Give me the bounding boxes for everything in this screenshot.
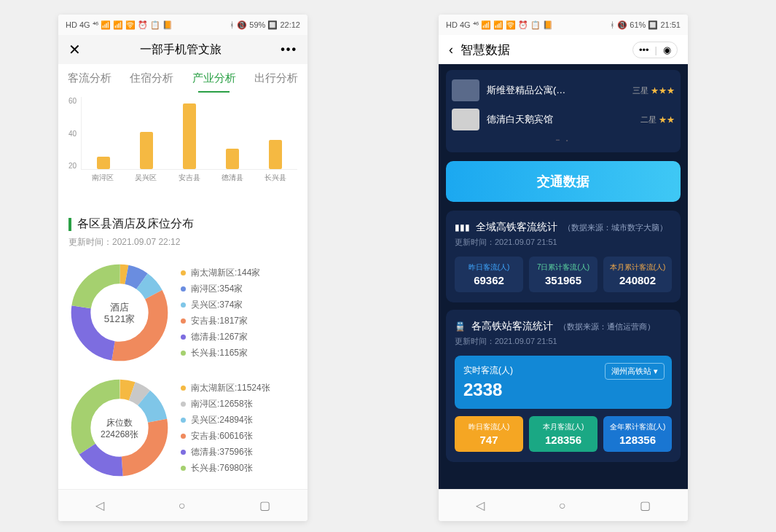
legend-item: 南浔区: 354家 (181, 283, 260, 295)
nav-bar: ◁ ○ ▢ (439, 489, 688, 521)
bar (140, 132, 153, 169)
nav-home-icon[interactable]: ○ (179, 499, 186, 512)
page-title: 一部手机管文旅 (140, 42, 222, 58)
nav-bar: ◁ ○ ▢ (58, 489, 307, 521)
stat-source: （数据来源：城市数字大脑） (563, 222, 667, 233)
traffic-banner[interactable]: 交通数据 (446, 161, 681, 202)
status-bar: HD 4G ⁴⁶ 📶 📶 🛜 ⏰ 📋 📙 ᚼ 📵 61% 🔲 21:51 (439, 15, 688, 35)
legend-dot (181, 466, 186, 471)
more-icon[interactable]: ••• (639, 44, 649, 55)
title-bar: ‹ 智慧数据 ••• | ◉ (439, 35, 688, 64)
live-value: 2338 (463, 380, 663, 400)
nav-recent-icon[interactable]: ▢ (640, 498, 651, 512)
bar (97, 157, 110, 169)
tab-3[interactable]: 出行分析 (246, 64, 308, 93)
more-icon[interactable]: ••• (281, 43, 297, 56)
stat-box: 本月客流(人)128356 (529, 416, 597, 452)
pager-dots: ━ • (452, 134, 675, 146)
stat-label: 昨日客流(人) (458, 422, 520, 432)
hotel-row[interactable]: 德清白天鹅宾馆二星 ★★ (452, 105, 675, 134)
legend-dot (181, 286, 186, 292)
legend-item: 德清县: 1267家 (181, 331, 260, 343)
legend-dot (181, 351, 186, 356)
legend-item: 安吉县: 60616张 (181, 430, 270, 442)
legend-dot (181, 335, 186, 340)
bars (81, 97, 297, 170)
legend-dot (181, 450, 186, 455)
nav-recent-icon[interactable]: ▢ (259, 498, 270, 512)
rail-total-card: ▮▮▮ 全域高铁客流统计 （数据来源：城市数字大脑） 更新时间：2021.09.… (446, 211, 681, 302)
hotel-thumb (452, 79, 479, 101)
hotel-stars: 二星 ★★ (640, 114, 675, 125)
svg-text:床位数: 床位数 (106, 418, 133, 428)
legend-item: 南浔区: 12658张 (181, 398, 270, 410)
train-icon: 🚆 (455, 321, 466, 332)
live-flow-box: 湖州高铁站 ▾ 实时客流(人) 2338 (455, 356, 672, 409)
phone-right: HD 4G ⁴⁶ 📶 📶 🛜 ⏰ 📋 📙 ᚼ 📵 61% 🔲 21:51 ‹ 智… (439, 15, 688, 521)
tab-1[interactable]: 住宿分析 (121, 64, 184, 93)
svg-text:酒店: 酒店 (110, 302, 129, 313)
legend-dot (181, 318, 186, 324)
donut-chart-beds: 床位数 224268张 (68, 377, 171, 479)
stat-label: 本月累计客流(人) (606, 262, 669, 273)
capsule-menu[interactable]: ••• | ◉ (632, 42, 678, 58)
dark-body: 斯维登精品公寓(…三星 ★★★德清白天鹅宾馆二星 ★★ ━ • 交通数据 ▮▮▮… (439, 64, 688, 489)
stat-box: 全年累计客流(人)128356 (603, 416, 672, 452)
station-select[interactable]: 湖州高铁站 ▾ (605, 363, 665, 380)
donut-hotels: 酒店 5121家 南太湖新区: 144家南浔区: 354家吴兴区: 374家安吉… (68, 262, 297, 364)
nav-home-icon[interactable]: ○ (559, 499, 566, 512)
legend-item: 安吉县: 1817家 (181, 315, 260, 327)
legend-dot (181, 434, 186, 439)
rail-station-card: 🚆 各高铁站客流统计 （数据来源：通信运营商） 更新时间：2021.09.07 … (446, 310, 681, 462)
legend-item: 长兴县: 1165家 (181, 347, 260, 359)
hotel-name: 斯维登精品公寓(… (487, 84, 628, 97)
page-title: 智慧数据 (460, 42, 510, 58)
nav-back-icon[interactable]: ◁ (95, 498, 104, 512)
status-left: HD 4G ⁴⁶ 📶 📶 🛜 ⏰ 📋 📙 (446, 20, 553, 30)
legend-item: 南太湖新区: 144家 (181, 267, 260, 279)
stat-row: 昨日客流(人)747本月客流(人)128356全年累计客流(人)128356 (455, 416, 672, 452)
hotel-thumb (452, 109, 479, 130)
x-label: 长兴县 (254, 170, 297, 183)
stat-label: 昨日客流(人) (458, 262, 520, 273)
legend-beds: 南太湖新区: 11524张南浔区: 12658张吴兴区: 24894张安吉县: … (181, 378, 270, 478)
stat-value: 128356 (532, 434, 595, 446)
legend-dot (181, 270, 186, 275)
svg-text:224268张: 224268张 (101, 429, 138, 439)
stat-source: （数据来源：通信运营商） (559, 321, 655, 332)
legend-item: 德清县: 37596张 (181, 446, 270, 458)
status-left: HD 4G ⁴⁶ 📶 📶 🛜 ⏰ 📋 📙 (66, 20, 173, 30)
stat-value: 351965 (532, 274, 595, 286)
close-icon[interactable]: ✕ (68, 41, 81, 58)
legend-item: 长兴县: 76980张 (181, 462, 270, 474)
stat-title: 全域高铁客流统计 (476, 221, 557, 234)
back-icon[interactable]: ‹ (449, 42, 453, 58)
hotel-list: 斯维登精品公寓(…三星 ★★★德清白天鹅宾馆二星 ★★ ━ • (446, 70, 681, 152)
donut-chart-hotels: 酒店 5121家 (68, 262, 171, 364)
stat-box: 昨日客流(人)69362 (455, 257, 523, 292)
nav-back-icon[interactable]: ◁ (476, 498, 485, 512)
target-icon[interactable]: ◉ (663, 44, 671, 55)
stat-row: 昨日客流(人)693627日累计客流(人)351965本月累计客流(人)2408… (455, 257, 672, 292)
tabs: 客流分析住宿分析产业分析出行分析 (58, 64, 307, 93)
bar (269, 140, 282, 169)
bar-chart-icon: ▮▮▮ (455, 222, 470, 232)
legend-hotels: 南太湖新区: 144家南浔区: 354家吴兴区: 374家安吉县: 1817家德… (181, 263, 260, 363)
legend-dot (181, 386, 186, 391)
y-axis: 604020 (68, 97, 81, 170)
bar (183, 103, 196, 170)
donut-beds: 床位数 224268张 南太湖新区: 11524张南浔区: 12658张吴兴区:… (68, 377, 297, 479)
legend-dot (181, 418, 186, 423)
phone-left: HD 4G ⁴⁶ 📶 📶 🛜 ⏰ 📋 📙 ᚼ 📵 59% 🔲 22:12 ✕ 一… (58, 15, 307, 521)
x-label: 吴兴区 (125, 170, 168, 183)
updated-time: 更新时间：2021.09.07 21:51 (455, 336, 672, 347)
hotel-row[interactable]: 斯维登精品公寓(…三星 ★★★ (452, 76, 675, 105)
title-bar: ✕ 一部手机管文旅 ••• (58, 35, 307, 64)
x-axis: 南浔区吴兴区安吉县德清县长兴县 (81, 170, 297, 183)
tab-2[interactable]: 产业分析 (183, 64, 246, 93)
legend-item: 南太湖新区: 11524张 (181, 382, 270, 394)
hotel-name: 德清白天鹅宾馆 (487, 113, 636, 126)
tab-0[interactable]: 客流分析 (58, 64, 121, 93)
distribution-section: 各区县酒店及床位分布 更新时间：2021.09.07 22:12 酒店 5121… (58, 206, 307, 489)
bar (226, 149, 239, 169)
